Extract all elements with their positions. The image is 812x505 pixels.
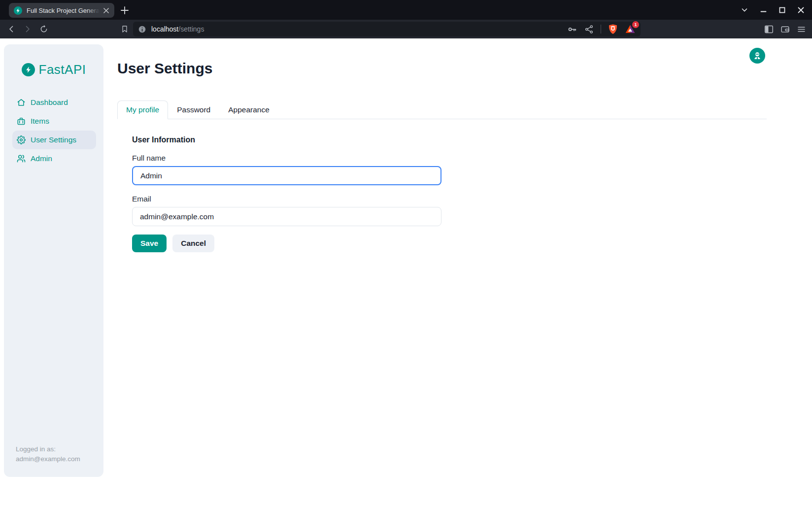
full-name-label: Full name [132, 154, 767, 163]
browser-toolbar: localhost/settings [0, 20, 812, 38]
share-icon[interactable] [584, 25, 594, 34]
brave-rewards-icon[interactable]: 1 [625, 24, 636, 34]
home-icon [17, 98, 26, 107]
sidebar-nav: Dashboard Items User Settings Admin [4, 93, 103, 168]
tab-title-fade [87, 7, 100, 14]
close-window-icon[interactable] [794, 3, 807, 16]
full-name-input[interactable] [132, 166, 441, 185]
bookmark-icon[interactable] [117, 22, 132, 36]
settings-tabs: My profile Password Appearance [117, 101, 767, 119]
logged-in-footer: Logged in as: admin@example.com [4, 444, 103, 477]
tab-search-chevron-icon[interactable] [738, 3, 751, 16]
maximize-icon[interactable] [776, 3, 788, 16]
tab-appearance[interactable]: Appearance [219, 101, 278, 119]
users-icon [17, 154, 26, 163]
section-title: User Information [132, 135, 767, 144]
side-panel-icon[interactable] [764, 25, 774, 34]
email-input[interactable] [132, 207, 441, 226]
sidebar-item-label: Dashboard [31, 98, 68, 107]
logged-in-email: admin@example.com [16, 454, 103, 464]
save-button[interactable]: Save [132, 235, 167, 252]
main-content: User Settings My profile Password Appear… [117, 38, 767, 252]
window-controls [738, 0, 807, 20]
page-content: FastAPI Dashboard Items User Settings [0, 38, 812, 505]
minimize-icon[interactable] [757, 3, 770, 16]
fastapi-logo: FastAPI [4, 62, 103, 77]
sidebar-item-user-settings[interactable]: User Settings [12, 131, 96, 149]
sidebar-item-admin[interactable]: Admin [12, 149, 96, 168]
tab-my-profile[interactable]: My profile [117, 101, 168, 119]
back-icon[interactable] [4, 22, 19, 36]
fastapi-bolt-icon [22, 63, 35, 76]
logo-text: FastAPI [39, 62, 86, 77]
sidebar-item-label: Items [31, 117, 49, 126]
sidebar-item-dashboard[interactable]: Dashboard [12, 93, 96, 112]
sidebar: FastAPI Dashboard Items User Settings [4, 44, 103, 477]
new-tab-button[interactable] [118, 4, 131, 17]
tab-password[interactable]: Password [168, 101, 219, 119]
page-title: User Settings [117, 60, 767, 77]
fastapi-favicon-icon [14, 6, 22, 15]
forward-icon[interactable] [20, 22, 35, 36]
profile-panel: User Information Full name Email Save Ca… [117, 135, 767, 252]
wallet-icon[interactable] [780, 25, 790, 34]
sidebar-item-items[interactable]: Items [12, 112, 96, 131]
reload-icon[interactable] [36, 22, 51, 36]
site-info-icon[interactable] [138, 25, 146, 34]
sidebar-item-label: User Settings [31, 135, 76, 144]
brave-shield-icon[interactable] [608, 24, 618, 34]
cancel-button[interactable]: Cancel [172, 235, 214, 252]
gear-icon [17, 135, 26, 144]
url-text: localhost/settings [151, 25, 567, 33]
briefcase-icon [17, 117, 26, 126]
sidebar-item-label: Admin [31, 154, 52, 163]
rewards-badge: 1 [632, 21, 639, 28]
menu-icon[interactable] [797, 25, 806, 34]
form-actions: Save Cancel [132, 235, 767, 252]
browser-tab[interactable]: Full Stack Project Genera [9, 3, 114, 18]
tab-title: Full Stack Project Genera [27, 7, 100, 14]
logged-in-label: Logged in as: [16, 444, 103, 454]
email-label: Email [132, 195, 767, 203]
key-icon[interactable] [567, 24, 577, 34]
tab-close-icon[interactable] [102, 6, 110, 15]
browser-titlebar: Full Stack Project Genera [0, 0, 812, 20]
toolbar-divider [601, 25, 601, 34]
url-bar[interactable]: localhost/settings [133, 22, 641, 36]
